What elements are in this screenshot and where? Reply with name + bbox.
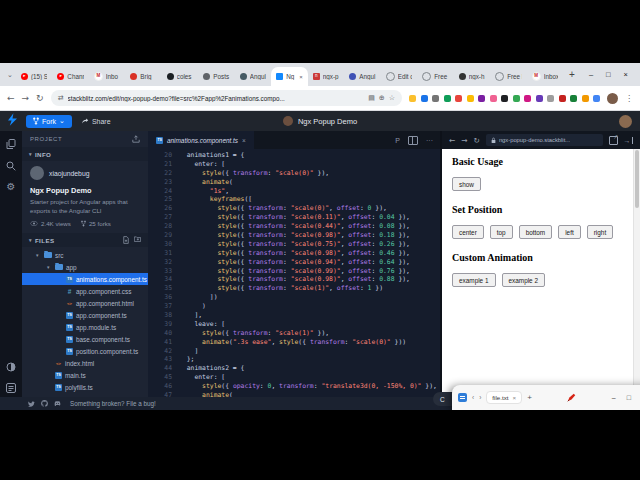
- notepad-new-tab-button[interactable]: +: [527, 393, 532, 402]
- more-actions-icon[interactable]: ···: [426, 137, 433, 144]
- browser-tab[interactable]: MInbox: [527, 67, 563, 86]
- files-section-header[interactable]: ▾ FILES: [22, 233, 148, 247]
- preview-button-left[interactable]: left: [558, 225, 581, 239]
- reader-icon[interactable]: ▤: [368, 94, 375, 102]
- tree-item-base-component-ts[interactable]: TSbase.component.ts: [22, 333, 148, 345]
- minimize-button[interactable]: –: [589, 70, 593, 79]
- preview-button-top[interactable]: top: [490, 225, 513, 239]
- split-editor-icon[interactable]: [408, 136, 418, 145]
- browser-tab[interactable]: Angul: [235, 67, 271, 86]
- tree-item-app[interactable]: ▾app: [22, 261, 148, 273]
- tree-item-src[interactable]: ▾src: [22, 249, 148, 261]
- new-file-icon[interactable]: [123, 236, 129, 244]
- fork-button[interactable]: Fork ⌄: [26, 115, 72, 128]
- extension-icon[interactable]: [513, 95, 520, 102]
- info-section-header[interactable]: ▾ INFO: [22, 147, 148, 161]
- site-info-icon[interactable]: ⇄: [58, 94, 64, 102]
- back-icon[interactable]: ←: [7, 93, 15, 103]
- open-in-new-tab-icon[interactable]: [609, 136, 618, 145]
- extension-icon[interactable]: [547, 95, 554, 102]
- close-button[interactable]: ×: [624, 70, 628, 79]
- browser-tab[interactable]: nngx-p: [308, 67, 344, 86]
- code-area[interactable]: 20 animations1 = {21 enter: [22 style({ …: [148, 149, 440, 397]
- tree-item-app-component-html[interactable]: <>app.component.html: [22, 297, 148, 309]
- browser-tab[interactable]: Angul: [344, 67, 380, 86]
- tree-item-main-ts[interactable]: TSmain.ts: [22, 369, 148, 381]
- new-folder-icon[interactable]: [134, 236, 141, 244]
- preview-forward-icon[interactable]: →: [461, 136, 467, 145]
- browser-tab[interactable]: Posts: [198, 67, 234, 86]
- preview-button-center[interactable]: center: [452, 225, 484, 239]
- user-avatar[interactable]: [619, 115, 632, 128]
- extension-icon[interactable]: [582, 95, 589, 102]
- stackblitz-logo-icon[interactable]: [8, 112, 17, 130]
- zoom-icon[interactable]: ⊕: [379, 94, 385, 102]
- share-button[interactable]: Share: [81, 118, 111, 125]
- notepad-tab-close-icon[interactable]: ×: [513, 394, 517, 401]
- extension-icon[interactable]: [478, 95, 485, 102]
- browser-tab[interactable]: coles: [162, 67, 198, 86]
- notepad-forward-icon[interactable]: ›: [479, 394, 481, 401]
- browser-tab[interactable]: ▸Chann: [52, 67, 88, 86]
- forward-icon[interactable]: →: [22, 93, 30, 103]
- address-bar[interactable]: ⇄ stackblitz.com/edit/ngx-popup-demo?fil…: [51, 90, 402, 106]
- browser-tab[interactable]: Edit o: [381, 67, 417, 86]
- extension-icon[interactable]: [593, 95, 600, 102]
- preview-button-show[interactable]: show: [452, 177, 481, 191]
- extension-icon[interactable]: [501, 95, 508, 102]
- tree-item-app-component-css[interactable]: #app.component.css: [22, 285, 148, 297]
- extension-icon[interactable]: [444, 95, 451, 102]
- dock-preview-icon[interactable]: →: [624, 137, 634, 144]
- preview-reload-icon[interactable]: ↻: [474, 136, 480, 145]
- search-icon[interactable]: [6, 161, 16, 171]
- export-project-icon[interactable]: [132, 135, 140, 143]
- browser-tab[interactable]: Brig: [125, 67, 161, 86]
- project-files-icon[interactable]: [6, 139, 16, 150]
- extension-icon[interactable]: [421, 95, 428, 102]
- theme-contrast-icon[interactable]: [6, 362, 16, 372]
- discord-icon[interactable]: [54, 401, 61, 406]
- scrollbar-thumb[interactable]: [635, 150, 639, 208]
- close-tab-icon[interactable]: ×: [242, 137, 246, 144]
- preview-button-right[interactable]: right: [587, 225, 613, 239]
- preview-button-example-2[interactable]: example 2: [502, 273, 546, 287]
- browser-tab[interactable]: ▸(15) Si: [16, 67, 52, 86]
- preview-scrollbar[interactable]: [633, 149, 640, 397]
- editor-tab-animations[interactable]: TS animations.component.ts ×: [148, 131, 254, 149]
- preview-back-icon[interactable]: ←: [449, 136, 455, 145]
- maximize-button[interactable]: □: [606, 70, 611, 79]
- github-icon[interactable]: [41, 400, 48, 407]
- tree-item-position-component-ts[interactable]: TSposition.component.ts: [22, 345, 148, 357]
- notepad-maximize-button[interactable]: □: [627, 394, 631, 401]
- tree-item-animations-component-ts[interactable]: TSanimations.component.ts: [22, 273, 148, 285]
- extension-icon[interactable]: [524, 95, 531, 102]
- browser-tab[interactable]: MInbo: [89, 67, 125, 86]
- extension-icon[interactable]: [409, 95, 416, 102]
- preview-url-bar[interactable]: ngx-popup-demo.stackblit...: [486, 134, 603, 146]
- browser-tab-active[interactable]: Ng×: [271, 67, 307, 86]
- feedback-box-icon[interactable]: [6, 383, 16, 393]
- twitter-icon[interactable]: [28, 401, 35, 407]
- extension-icon[interactable]: [559, 95, 566, 102]
- close-tab-icon[interactable]: ×: [299, 74, 303, 80]
- settings-gear-icon[interactable]: ⚙: [7, 182, 16, 192]
- extension-icon[interactable]: [467, 95, 474, 102]
- notepad-tab[interactable]: file.txt ×: [486, 391, 522, 404]
- author-avatar[interactable]: [30, 166, 44, 180]
- tree-item-index-html[interactable]: <>index.html: [22, 357, 148, 369]
- bookmark-star-icon[interactable]: ☆: [389, 94, 395, 102]
- reload-icon[interactable]: ↻: [36, 93, 44, 103]
- tree-item-app-component-ts[interactable]: TSapp.component.ts: [22, 309, 148, 321]
- extension-icon[interactable]: [432, 95, 439, 102]
- extension-icon[interactable]: [455, 95, 462, 102]
- extension-icon[interactable]: [570, 95, 577, 102]
- prettier-icon[interactable]: P: [395, 137, 400, 144]
- notepad-minimize-button[interactable]: –: [612, 394, 616, 401]
- tree-item-app-module-ts[interactable]: TSapp.module.ts: [22, 321, 148, 333]
- notepad-back-icon[interactable]: ‹: [472, 394, 474, 401]
- preview-button-bottom[interactable]: bottom: [519, 225, 553, 239]
- extension-icon[interactable]: [536, 95, 543, 102]
- extension-icon[interactable]: [490, 95, 497, 102]
- file-a-bug-link[interactable]: Something broken? File a bug!: [70, 400, 156, 407]
- new-tab-button[interactable]: +: [569, 69, 575, 80]
